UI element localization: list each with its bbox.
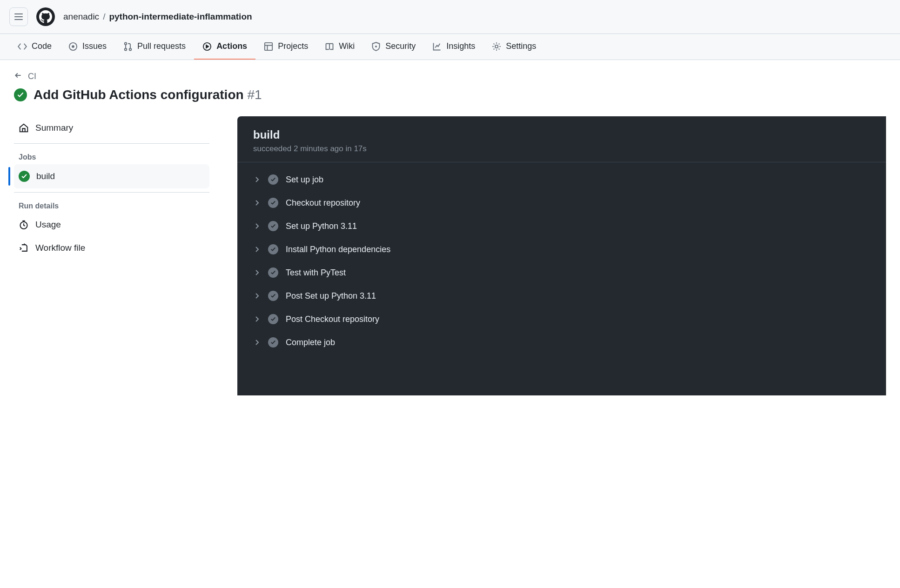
workflow-file-icon	[19, 243, 29, 253]
step-success-icon	[268, 198, 278, 208]
svg-point-4	[129, 48, 132, 51]
chevron-right-icon	[253, 222, 261, 230]
chevron-right-icon	[253, 199, 261, 207]
job-panel: build succeeded 2 minutes ago in 17s Set…	[237, 116, 886, 395]
sidebar-job-build[interactable]: build	[14, 164, 209, 188]
home-icon	[19, 123, 29, 133]
svg-point-7	[376, 46, 376, 47]
job-header: build succeeded 2 minutes ago in 17s	[237, 116, 886, 162]
github-logo-icon	[39, 10, 52, 23]
step-name: Complete job	[286, 338, 335, 347]
step-name: Post Set up Python 3.11	[286, 291, 376, 301]
nav-code[interactable]: Code	[9, 34, 60, 60]
step-success-icon	[268, 221, 278, 231]
back-label: CI	[28, 72, 36, 81]
hamburger-menu-button[interactable]	[9, 7, 28, 26]
sidebar-job-label: build	[36, 171, 55, 181]
nav-settings[interactable]: Settings	[484, 34, 544, 60]
issues-icon	[68, 42, 78, 51]
breadcrumb-separator: /	[103, 12, 105, 22]
nav-label: Insights	[446, 41, 475, 51]
run-number: #1	[247, 87, 262, 102]
nav-label: Issues	[82, 41, 107, 51]
step-row[interactable]: Post Set up Python 3.11	[242, 284, 881, 307]
sidebar-run-details-heading: Run details	[14, 196, 209, 213]
nav-wiki[interactable]: Wiki	[316, 34, 363, 60]
nav-issues[interactable]: Issues	[60, 34, 115, 60]
step-name: Set up job	[286, 175, 323, 185]
step-row[interactable]: Set up Python 3.11	[242, 214, 881, 238]
nav-pull-requests[interactable]: Pull requests	[115, 34, 194, 60]
chevron-right-icon	[253, 339, 261, 346]
main-layout: Summary Jobs build Run details Usage Wor…	[14, 116, 886, 395]
step-row[interactable]: Complete job	[242, 331, 881, 354]
nav-actions[interactable]: Actions	[194, 34, 255, 60]
sidebar-workflow-file[interactable]: Workflow file	[14, 236, 209, 260]
code-icon	[18, 42, 27, 51]
svg-point-8	[495, 45, 498, 47]
arrow-left-icon	[14, 71, 22, 82]
settings-icon	[492, 42, 501, 51]
divider	[14, 143, 209, 144]
sidebar-usage-label: Usage	[35, 220, 61, 230]
pull-request-icon	[123, 42, 133, 51]
breadcrumb-owner[interactable]: anenadic	[63, 12, 99, 22]
chevron-right-icon	[253, 246, 261, 253]
step-name: Post Checkout repository	[286, 314, 379, 324]
step-success-icon	[268, 244, 278, 254]
security-icon	[371, 42, 381, 51]
projects-icon	[264, 42, 273, 51]
nav-label: Actions	[216, 41, 247, 51]
step-success-icon	[268, 267, 278, 278]
step-success-icon	[268, 314, 278, 324]
nav-projects[interactable]: Projects	[255, 34, 316, 60]
nav-security[interactable]: Security	[363, 34, 424, 60]
step-name: Install Python dependencies	[286, 245, 390, 254]
success-check-icon	[14, 88, 27, 101]
top-header: anenadic / python-intermediate-inflammat…	[0, 0, 900, 34]
job-name: build	[253, 128, 870, 141]
sidebar-workflow-file-label: Workflow file	[35, 243, 85, 253]
step-row[interactable]: Post Checkout repository	[242, 307, 881, 331]
step-row[interactable]: Checkout repository	[242, 191, 881, 214]
github-logo[interactable]	[36, 7, 55, 26]
sidebar-summary-label: Summary	[35, 123, 73, 133]
nav-label: Pull requests	[137, 41, 186, 51]
insights-icon	[432, 42, 442, 51]
wiki-icon	[325, 42, 334, 51]
nav-insights[interactable]: Insights	[424, 34, 484, 60]
step-success-icon	[268, 337, 278, 347]
breadcrumb: anenadic / python-intermediate-inflammat…	[63, 12, 252, 22]
svg-rect-6	[265, 42, 272, 50]
chevron-right-icon	[253, 269, 261, 276]
step-row[interactable]: Set up job	[242, 168, 881, 191]
step-name: Test with PyTest	[286, 268, 346, 278]
nav-label: Wiki	[339, 41, 355, 51]
step-name: Set up Python 3.11	[286, 221, 357, 231]
success-check-icon	[19, 171, 30, 182]
nav-label: Projects	[278, 41, 308, 51]
chevron-right-icon	[253, 292, 261, 300]
sidebar: Summary Jobs build Run details Usage Wor…	[14, 116, 209, 260]
svg-point-2	[125, 42, 127, 45]
hamburger-icon	[14, 13, 23, 20]
breadcrumb-repo[interactable]: python-intermediate-inflammation	[109, 12, 252, 22]
sidebar-usage[interactable]: Usage	[14, 213, 209, 236]
run-title-row: Add GitHub Actions configuration #1	[14, 87, 886, 102]
svg-point-3	[125, 48, 127, 51]
job-meta: succeeded 2 minutes ago in 17s	[253, 144, 870, 154]
nav-label: Security	[385, 41, 416, 51]
chevron-right-icon	[253, 315, 261, 323]
back-to-workflow[interactable]: CI	[14, 71, 886, 82]
sidebar-summary[interactable]: Summary	[14, 116, 209, 140]
nav-label: Settings	[506, 41, 536, 51]
svg-point-1	[72, 46, 74, 47]
run-title: Add GitHub Actions configuration #1	[34, 87, 262, 102]
nav-label: Code	[32, 41, 52, 51]
run-title-text: Add GitHub Actions configuration	[34, 87, 244, 102]
page-body: CI Add GitHub Actions configuration #1 S…	[0, 60, 900, 395]
step-row[interactable]: Test with PyTest	[242, 261, 881, 284]
step-name: Checkout repository	[286, 198, 360, 208]
step-success-icon	[268, 174, 278, 185]
step-row[interactable]: Install Python dependencies	[242, 238, 881, 261]
